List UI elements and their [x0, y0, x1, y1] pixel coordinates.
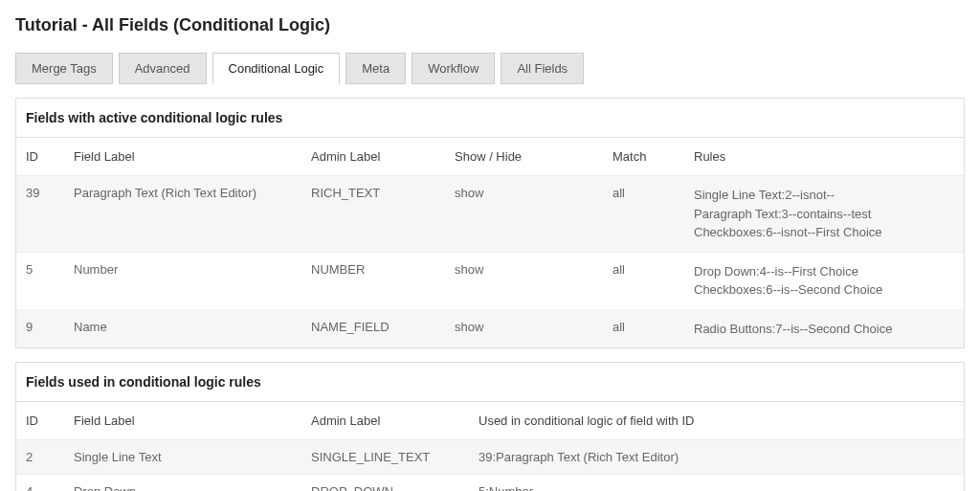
cell-id: 4 [16, 475, 64, 492]
table-header-row: ID Field Label Admin Label Show / Hide M… [16, 138, 964, 176]
cell-show-hide: show [445, 176, 603, 253]
tab-advanced[interactable]: Advanced [119, 53, 207, 84]
header-match: Match [603, 138, 684, 176]
table-row: 2Single Line TextSINGLE_LINE_TEXT39:Para… [16, 440, 964, 475]
cell-match: all [603, 252, 684, 309]
table-used-in-body: 2Single Line TextSINGLE_LINE_TEXT39:Para… [16, 440, 964, 492]
header-show-hide: Show / Hide [445, 138, 603, 176]
cell-rules: Single Line Text:2--isnot--Paragraph Tex… [684, 176, 964, 253]
cell-id: 9 [16, 309, 64, 347]
cell-show-hide: show [445, 252, 603, 309]
table-header-row: ID Field Label Admin Label Used in condi… [16, 402, 964, 440]
cell-used-in: 5:Number [469, 475, 964, 492]
cell-admin-label: RICH_TEXT [301, 176, 445, 253]
cell-id: 5 [16, 252, 64, 309]
tab-conditional-logic[interactable]: Conditional Logic [212, 53, 341, 84]
cell-admin-label: DROP_DOWN [301, 475, 469, 492]
cell-field-label: Paragraph Text (Rich Text Editor) [64, 176, 301, 253]
table-active-rules-body: 39Paragraph Text (Rich Text Editor)RICH_… [16, 176, 964, 348]
cell-rules: Drop Down:4--is--First ChoiceCheckboxes:… [684, 252, 964, 309]
table-used-in-rules: ID Field Label Admin Label Used in condi… [16, 402, 964, 491]
header-id: ID [16, 402, 64, 440]
header-field-label: Field Label [64, 402, 301, 440]
cell-match: all [603, 309, 684, 347]
table-row: 4Drop DownDROP_DOWN5:Number [16, 475, 964, 492]
cell-match: all [603, 176, 684, 253]
cell-admin-label: NUMBER [301, 252, 445, 309]
cell-field-label: Single Line Text [64, 440, 301, 475]
cell-field-label: Drop Down [64, 475, 301, 492]
table-row: 5NumberNUMBERshowallDrop Down:4--is--Fir… [16, 252, 964, 309]
cell-id: 39 [16, 176, 64, 253]
cell-field-label: Number [64, 252, 301, 309]
cell-id: 2 [16, 440, 64, 475]
tab-all-fields[interactable]: All Fields [501, 53, 584, 84]
header-id: ID [16, 138, 64, 176]
panel-active-rules-title: Fields with active conditional logic rul… [16, 99, 964, 138]
header-rules: Rules [684, 138, 964, 176]
cell-admin-label: NAME_FIELD [301, 309, 445, 347]
tab-merge-tags[interactable]: Merge Tags [15, 53, 113, 84]
header-used-in: Used in conditional logic of field with … [469, 402, 964, 440]
table-row: 9NameNAME_FIELDshowallRadio Buttons:7--i… [16, 309, 964, 347]
page-title: Tutorial - All Fields (Conditional Logic… [15, 15, 965, 35]
cell-field-label: Name [64, 309, 301, 347]
cell-rules: Radio Buttons:7--is--Second Choice [684, 309, 964, 347]
table-active-rules: ID Field Label Admin Label Show / Hide M… [16, 138, 964, 347]
tab-meta[interactable]: Meta [345, 53, 406, 84]
header-field-label: Field Label [64, 138, 301, 176]
header-admin-label: Admin Label [301, 138, 445, 176]
tab-workflow[interactable]: Workflow [412, 53, 495, 84]
table-row: 39Paragraph Text (Rich Text Editor)RICH_… [16, 176, 964, 253]
cell-admin-label: SINGLE_LINE_TEXT [301, 440, 469, 475]
header-admin-label: Admin Label [301, 402, 469, 440]
cell-used-in: 39:Paragraph Text (Rich Text Editor) [469, 440, 964, 475]
tabs-container: Merge TagsAdvancedConditional LogicMetaW… [15, 53, 965, 84]
panel-active-rules: Fields with active conditional logic rul… [15, 98, 965, 348]
cell-show-hide: show [445, 309, 603, 347]
panel-used-in-rules: Fields used in conditional logic rules I… [15, 362, 965, 491]
panel-used-in-title: Fields used in conditional logic rules [16, 363, 964, 402]
